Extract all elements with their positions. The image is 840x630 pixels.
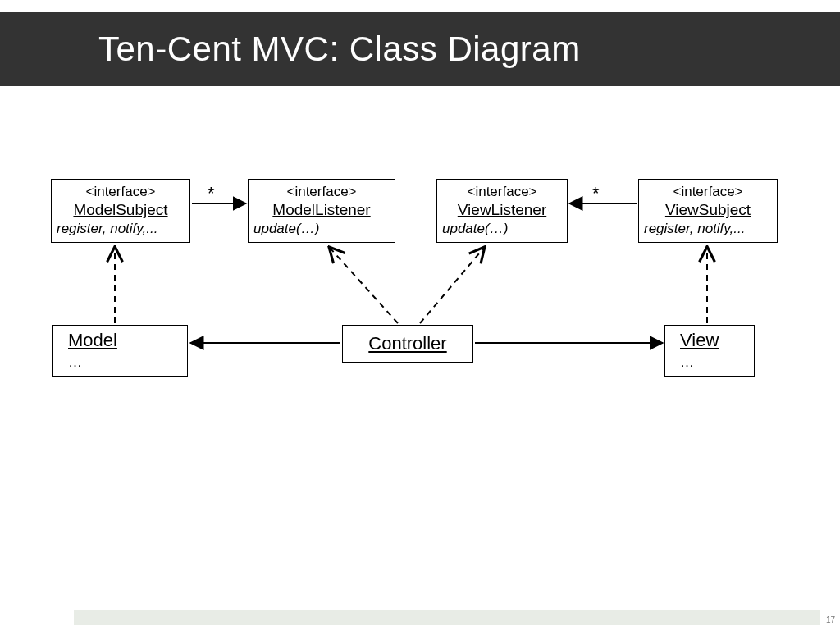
arrows-layer [0, 0, 840, 630]
class-diagram: <interface> ModelSubject register, notif… [0, 0, 840, 630]
page-number: 17 [826, 615, 835, 624]
footer-bar [74, 610, 820, 625]
realize-controller-modellistener [330, 248, 398, 323]
realize-controller-viewlistener [420, 248, 484, 323]
